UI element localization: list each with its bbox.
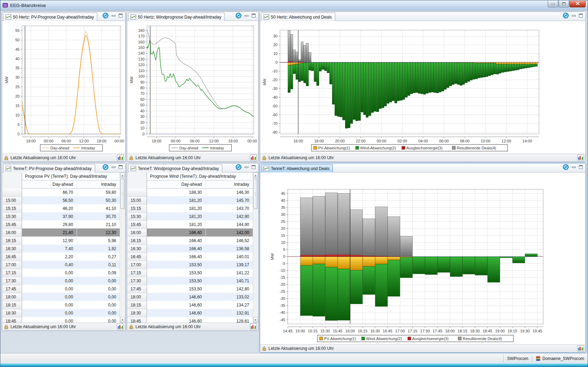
table-row[interactable]: 17:15153,50141,22	[127, 269, 253, 277]
time-cell: 17:30	[127, 277, 147, 285]
panel-minimize-icon[interactable]	[245, 167, 248, 168]
panel-minimize-icon[interactable]	[112, 167, 115, 168]
table-row[interactable]: 15:0056,5050,30	[2, 196, 120, 204]
table-row[interactable]: 18:300,000,00	[2, 309, 120, 317]
panel-maximize-icon[interactable]	[579, 165, 583, 169]
tab-50hertz-wind[interactable]: 50 Hertz: Windprognose Day-ahead/Intrada…	[128, 13, 225, 21]
table-row[interactable]: 16:1512,905,98	[2, 237, 120, 245]
table-row[interactable]: 18:15146,60134,27	[127, 301, 253, 309]
table-row[interactable]: 17:45153,50142,80	[127, 285, 253, 293]
refresh-icon[interactable]	[236, 164, 241, 170]
show-chart-button[interactable]	[250, 324, 257, 330]
column-header-dayahead[interactable]: Day-ahead	[147, 181, 205, 189]
table-row[interactable]: 15:00181,20145,70	[127, 196, 253, 204]
svg-text:15:30: 15:30	[320, 329, 330, 333]
show-chart-button[interactable]	[577, 155, 584, 161]
panel-minimize-icon[interactable]	[572, 167, 576, 168]
svg-text:-35: -35	[280, 303, 285, 308]
table-row[interactable]: 15:30181,20142,90	[127, 212, 253, 220]
svg-text:15: 15	[281, 233, 285, 238]
intraday-value: 140,71	[205, 277, 253, 285]
tab-50hertz-pv[interactable]: 50 Hertz: PV-Prognose Day-ahead/Intraday	[3, 13, 97, 21]
table-row[interactable]: 18:450,000,00	[2, 317, 120, 323]
tab-tennet-pv[interactable]: TenneT: PV-Prognose Day-ahead/Intraday	[3, 164, 95, 172]
panel-tab-title: TenneT: Windprognose Day-ahead/Intraday	[138, 166, 219, 171]
svg-text:-5: -5	[282, 261, 285, 266]
show-chart-button[interactable]	[117, 324, 124, 330]
table-row[interactable]: 16:15166,40146,52	[127, 237, 253, 245]
table-row[interactable]: 15:3037,9030,70	[2, 212, 120, 220]
table-row[interactable]: 17:300,000,00	[2, 277, 120, 285]
show-chart-button[interactable]	[577, 345, 584, 352]
table-row[interactable]: 16:452,200,27	[2, 253, 120, 261]
table-row[interactable]: 16:307,401,92	[2, 245, 120, 253]
column-header-intraday[interactable]: Intraday	[77, 181, 120, 189]
column-header-dayahead[interactable]: Day-ahead	[22, 181, 77, 189]
panel-maximize-icon[interactable]	[119, 14, 122, 17]
tab-tennet-wind[interactable]: TenneT: Windprognose Day-ahead/Intraday	[128, 164, 222, 172]
table-row[interactable]: 18:45146,60128,61	[127, 317, 253, 323]
panel-minimize-icon[interactable]	[112, 15, 115, 16]
lock-icon	[129, 324, 133, 329]
table-row[interactable]: 16:0021,4012,30	[2, 228, 120, 237]
title-bar[interactable]: EEG-Bilanzkreise	[0, 0, 588, 10]
time-cell	[2, 189, 22, 197]
window-close-button[interactable]	[569, 1, 586, 7]
table-row[interactable]: 17:150,000,09	[2, 269, 120, 277]
svg-text:22:00: 22:00	[356, 139, 366, 143]
refresh-icon[interactable]	[563, 13, 569, 19]
window-restore-button[interactable]	[559, 1, 569, 7]
refresh-icon[interactable]	[563, 164, 569, 170]
table-row[interactable]: 15:15181,20143,70	[127, 204, 253, 212]
intraday-value: 30,70	[77, 212, 120, 220]
scrollbar-thumb[interactable]	[253, 179, 258, 209]
tab-tennet-abweichung[interactable]: TenneT: Abweichung und Deals	[261, 164, 333, 172]
table-row[interactable]: 18:00146,60133,02	[127, 293, 253, 301]
scrollbar-thumb[interactable]	[120, 179, 125, 209]
table-row[interactable]: 15:45181,20144,90	[127, 220, 253, 228]
table-row[interactable]: 17:00153,50139,17	[127, 261, 253, 269]
time-cell: 17:30	[2, 277, 22, 285]
refresh-icon[interactable]	[103, 13, 108, 19]
column-header-intraday[interactable]: Intraday	[205, 181, 253, 189]
refresh-icon[interactable]	[103, 164, 108, 170]
table-row[interactable]: 16:00166,40142,00	[127, 228, 253, 237]
table-row[interactable]: 188,30146,30	[127, 189, 253, 197]
table-row[interactable]: 17:000,400,11	[2, 261, 120, 269]
scroll-down-button[interactable]: ▼	[120, 317, 125, 323]
table-group-header: Prognose Wind (TenneT): Day-ahead/Intrad…	[147, 172, 253, 181]
table-corner-cell	[2, 172, 22, 189]
refresh-icon[interactable]	[236, 13, 241, 19]
panel-minimize-icon[interactable]	[572, 15, 576, 16]
panel-maximize-icon[interactable]	[252, 165, 255, 169]
table-pv-tennet: Prognose PV (TenneT): Day-ahead/Intraday…	[2, 172, 120, 323]
window-minimize-button[interactable]	[548, 1, 558, 7]
table-row[interactable]: 18:150,000,00	[2, 301, 120, 309]
table-row[interactable]: 15:4529,8021,10	[2, 220, 120, 228]
panel-footer: Letzte Aktualisierung um 16:00 Uhr	[260, 344, 586, 352]
table-row[interactable]: 16:30166,40136,58	[127, 245, 253, 253]
svg-text:MW: MW	[262, 78, 267, 85]
panel-maximize-icon[interactable]	[579, 14, 583, 17]
show-chart-button[interactable]	[250, 155, 257, 161]
time-cell: 16:00	[2, 228, 22, 237]
scroll-up-button[interactable]: ▲	[253, 172, 258, 178]
scroll-down-button[interactable]: ▼	[253, 317, 258, 323]
table-row[interactable]: 18:30146,60132,91	[127, 309, 253, 317]
panel-maximize-icon[interactable]	[119, 165, 122, 169]
table-row[interactable]: 18:000,000,00	[2, 293, 120, 301]
tab-50hertz-abweichung[interactable]: 50 Hertz: Abweichung und Deals	[261, 13, 335, 21]
scroll-up-button[interactable]: ▲	[120, 172, 125, 178]
table-row[interactable]: 66,7059,80	[2, 189, 120, 197]
dayahead-value: 0,00	[22, 309, 77, 317]
table-row[interactable]: 17:450,000,00	[2, 285, 120, 293]
show-chart-button[interactable]	[117, 155, 124, 161]
table-row[interactable]: 17:30153,50140,71	[127, 277, 253, 285]
dayahead-value: 153,50	[147, 261, 205, 269]
panel-maximize-icon[interactable]	[252, 14, 255, 17]
table-row[interactable]: 16:45166,40140,01	[127, 253, 253, 261]
panel-minimize-icon[interactable]	[245, 15, 248, 16]
vertical-scrollbar[interactable]: ▲ ▼	[120, 172, 125, 323]
vertical-scrollbar[interactable]: ▲ ▼	[253, 172, 258, 323]
table-row[interactable]: 15:1546,2041,10	[2, 204, 120, 212]
